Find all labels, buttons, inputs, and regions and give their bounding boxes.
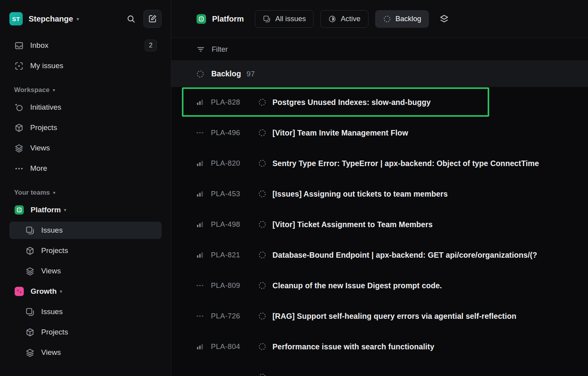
search-icon <box>126 14 136 24</box>
sidebar-actions <box>123 10 162 28</box>
sidebar-item-issues[interactable]: Issues <box>9 303 162 320</box>
sidebar-item-label: Projects <box>41 246 68 255</box>
view-options-button[interactable] <box>439 14 449 24</box>
status-backlog-icon <box>258 281 267 290</box>
platform-team-icon <box>196 14 207 24</box>
team-name: Growth <box>31 287 57 296</box>
issue-row-pla-453[interactable]: PLA-453[Issues] Assigning out tickets to… <box>171 179 588 209</box>
filter-icon <box>196 45 205 54</box>
group-header[interactable]: Backlog 97 <box>171 61 588 87</box>
tab-label: All issues <box>275 14 306 23</box>
chevron-down-icon: ▾ <box>76 16 79 22</box>
issue-id: PLA-821 <box>211 251 258 259</box>
priority-medium-icon <box>196 190 204 198</box>
status-backlog-icon <box>258 98 267 107</box>
sidebar-item-label: Issues <box>41 226 63 235</box>
compose-icon <box>148 14 157 24</box>
issue-row-pla-809[interactable]: PLA-809Cleanup of the new Issue Digest p… <box>171 270 588 301</box>
issue-id: PLA-804 <box>211 342 258 351</box>
issue-title: Database-Bound Endpoint | apx-backend: G… <box>272 251 537 260</box>
issue-title: Performance issue with search functional… <box>272 342 434 351</box>
team-growth[interactable]: Growth▾ <box>9 283 162 300</box>
issue-id: PLA-496 <box>211 128 258 137</box>
group-label: Backlog <box>211 69 241 78</box>
sidebar-item-views[interactable]: Views <box>9 262 162 280</box>
workspace-section: Workspace ▾ InitiativesProjectsViewsMore <box>9 86 162 177</box>
workspace-section-label[interactable]: Workspace ▾ <box>9 86 162 94</box>
platform-team-icon <box>14 205 24 215</box>
status-backlog-icon <box>258 251 267 259</box>
sidebar-item-views[interactable]: Views <box>9 344 162 361</box>
issue-title: Postgres Unused Indexes: slow-and-buggy <box>272 98 431 107</box>
status-backlog-icon <box>258 373 267 376</box>
status-backlog-icon <box>258 342 267 351</box>
priority-none-icon <box>196 129 204 137</box>
tab-all-issues[interactable]: All issues <box>255 10 314 28</box>
backlog-icon <box>383 15 391 23</box>
workspace-name: Stepchange <box>29 14 73 24</box>
status-backlog-icon <box>258 190 267 198</box>
issue-title: [RAG] Support self-healing query errors … <box>272 312 516 321</box>
issue-title: [Vitor] Team Invite Management Flow <box>272 128 408 137</box>
project-icon <box>25 246 35 256</box>
status-backlog-icon <box>258 159 267 168</box>
views-icon <box>25 348 35 358</box>
issue-row-pla-821[interactable]: PLA-821Database-Bound Endpoint | apx-bac… <box>171 240 588 270</box>
status-backlog-icon <box>258 220 267 229</box>
issue-id: PLA-809 <box>211 281 258 290</box>
sidebar-item-more[interactable]: More <box>9 160 162 177</box>
team-name: Platform <box>31 206 61 214</box>
issue-row-pla-496[interactable]: PLA-496[Vitor] Team Invite Management Fl… <box>171 118 588 148</box>
tab-backlog[interactable]: Backlog <box>375 10 429 28</box>
compose-button[interactable] <box>143 10 162 28</box>
sidebar-top-list: Inbox2My issues <box>9 37 162 74</box>
workspace-avatar: ST <box>9 12 23 25</box>
issue-title: [Issues] Assigning out tickets to team m… <box>272 190 448 199</box>
team-platform[interactable]: Platform▾ <box>9 201 162 219</box>
priority-none-icon <box>196 312 204 320</box>
teams-section-label[interactable]: Your teams ▾ <box>9 189 162 197</box>
issue-title: [Vitor] Ticket Assignment to Team Member… <box>272 220 433 229</box>
team-chip: Platform <box>196 14 244 24</box>
sidebar-item-initiatives[interactable]: Initiatives <box>9 99 162 116</box>
sidebar-item-label: My issues <box>30 61 63 70</box>
my-issues-icon <box>14 61 24 71</box>
issue-row-pla-820[interactable]: PLA-820Sentry Type Error: TypeError | ap… <box>171 148 588 179</box>
issue-list: PLA-828Postgres Unused Indexes: slow-and… <box>171 87 588 376</box>
issue-row-pla-828[interactable]: PLA-828Postgres Unused Indexes: slow-and… <box>171 87 588 118</box>
backlog-status-icon <box>196 70 205 78</box>
chevron-down-icon: ▾ <box>60 289 62 294</box>
issue-row-pla-804[interactable]: PLA-804Performance issue with search fun… <box>171 331 588 362</box>
sidebar-item-views[interactable]: Views <box>9 139 162 157</box>
sidebar-item-label: Issues <box>41 307 63 316</box>
sidebar-item-issues[interactable]: Issues <box>9 222 162 239</box>
issue-id: PLA-453 <box>211 190 258 198</box>
issue-title: Sentry Type Error: TypeError | apx-backe… <box>272 159 539 168</box>
issue-id: PLA-498 <box>211 220 258 229</box>
views-icon <box>25 266 35 276</box>
filter-bar[interactable]: Filter <box>171 38 588 61</box>
priority-medium-icon <box>196 98 204 106</box>
tab-active[interactable]: Active <box>320 10 368 28</box>
view-header: Platform All issuesActiveBacklog <box>171 0 588 38</box>
issue-row[interactable] <box>171 362 588 376</box>
tab-label: Backlog <box>396 14 421 23</box>
search-button[interactable] <box>123 11 139 27</box>
sidebar-item-projects[interactable]: Projects <box>9 119 162 136</box>
sidebar-item-projects[interactable]: Projects <box>9 242 162 259</box>
sidebar-item-inbox[interactable]: Inbox2 <box>9 37 162 54</box>
sidebar-item-label: Initiatives <box>30 103 61 112</box>
sidebar-item-my-issues[interactable]: My issues <box>9 57 162 74</box>
workspace-switcher[interactable]: ST Stepchange ▾ <box>9 12 79 25</box>
chevron-down-icon: ▾ <box>64 208 66 212</box>
sidebar-item-label: Projects <box>30 123 57 132</box>
section-label-text: Workspace <box>14 86 49 94</box>
app: ST Stepchange ▾ Inbox2My issues Workspac… <box>0 0 588 376</box>
priority-none-icon <box>196 373 204 376</box>
growth-team-icon <box>14 286 24 296</box>
sidebar-item-label: Views <box>41 348 61 357</box>
issue-row-pla-498[interactable]: PLA-498[Vitor] Ticket Assignment to Team… <box>171 209 588 240</box>
issue-row-pla-726[interactable]: PLA-726[RAG] Support self-healing query … <box>171 301 588 331</box>
workspace-section-list: InitiativesProjectsViewsMore <box>9 99 162 177</box>
sidebar-item-projects[interactable]: Projects <box>9 324 162 341</box>
